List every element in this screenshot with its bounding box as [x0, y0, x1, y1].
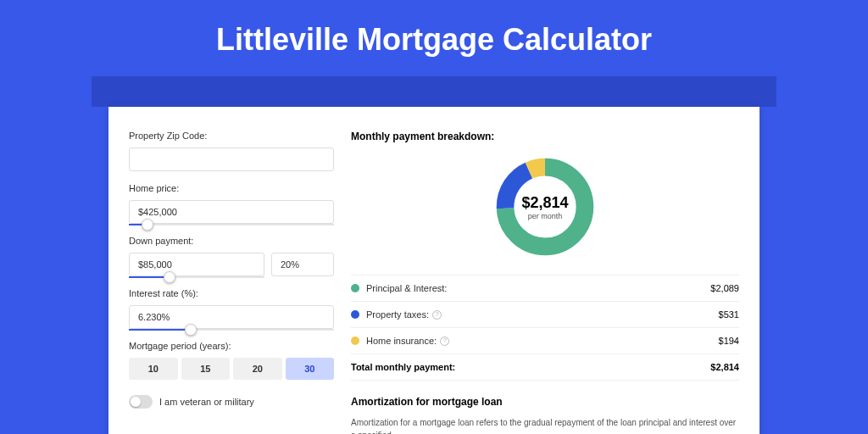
- info-icon[interactable]: ?: [432, 310, 442, 320]
- zip-group: Property Zip Code:: [129, 131, 334, 171]
- home-price-slider-thumb[interactable]: [142, 219, 153, 231]
- page-root: Littleville Mortgage Calculator Property…: [0, 0, 868, 434]
- breakdown-column: Monthly payment breakdown: $2,814 per mo…: [351, 131, 739, 422]
- dot-insurance: [351, 337, 359, 345]
- down-payment-label: Down payment:: [129, 236, 334, 246]
- info-icon[interactable]: ?: [440, 337, 449, 346]
- home-price-input[interactable]: [129, 200, 334, 224]
- period-btn-15[interactable]: 15: [181, 358, 231, 380]
- home-price-label: Home price:: [129, 183, 334, 193]
- toggle-knob: [131, 397, 141, 407]
- down-payment-amount-input[interactable]: [129, 253, 264, 276]
- legend-label-principal: Principal & Interest:: [366, 283, 710, 293]
- down-payment-slider-thumb[interactable]: [164, 271, 175, 283]
- legend-val-insurance: $194: [719, 336, 739, 346]
- period-label: Mortgage period (years):: [129, 341, 334, 351]
- legend-row-taxes: Property taxes:? $531: [351, 302, 739, 328]
- interest-slider-thumb[interactable]: [185, 324, 197, 336]
- amortization-section: Amortization for mortgage loan Amortizat…: [351, 396, 739, 434]
- amortization-heading: Amortization for mortgage loan: [351, 396, 739, 408]
- period-btn-10[interactable]: 10: [129, 358, 178, 380]
- period-group: Mortgage period (years): 10 15 20 30: [129, 341, 334, 380]
- donut-center: $2,814 per month: [521, 194, 568, 220]
- legend-row-total: Total monthly payment: $2,814: [351, 354, 739, 381]
- down-payment-pct-input[interactable]: [271, 253, 334, 276]
- legend-label-total: Total monthly payment:: [351, 362, 710, 372]
- period-options: 10 15 20 30: [129, 358, 334, 380]
- amortization-text: Amortization for a mortgage loan refers …: [351, 416, 739, 434]
- legend-val-taxes: $531: [719, 309, 739, 320]
- period-btn-30[interactable]: 30: [286, 358, 335, 380]
- legend-label-taxes: Property taxes:?: [366, 309, 719, 320]
- veteran-label: I am veteran or military: [159, 397, 254, 407]
- donut-chart: $2,814 per month: [492, 154, 598, 259]
- veteran-toggle[interactable]: [129, 395, 153, 409]
- legend-label-insurance-text: Home insurance:: [366, 336, 437, 346]
- header-band: [92, 76, 776, 107]
- legend-val-principal: $2,089: [710, 283, 739, 293]
- legend-row-principal: Principal & Interest: $2,089: [351, 275, 739, 302]
- form-column: Property Zip Code: Home price: Down paym…: [129, 131, 334, 422]
- legend: Principal & Interest: $2,089 Property ta…: [351, 275, 739, 381]
- page-title: Littleville Mortgage Calculator: [0, 0, 868, 76]
- legend-row-insurance: Home insurance:? $194: [351, 328, 739, 354]
- donut-sub: per month: [521, 212, 568, 220]
- legend-label-taxes-text: Property taxes:: [366, 309, 429, 320]
- dot-principal: [351, 284, 359, 292]
- donut-amount: $2,814: [521, 194, 568, 212]
- down-payment-group: Down payment:: [129, 236, 334, 276]
- dot-taxes: [351, 310, 359, 319]
- legend-val-total: $2,814: [710, 362, 739, 372]
- interest-slider-fill: [129, 329, 191, 331]
- legend-label-insurance: Home insurance:?: [366, 336, 719, 346]
- breakdown-heading: Monthly payment breakdown:: [351, 131, 739, 142]
- calculator-card: Property Zip Code: Home price: Down paym…: [108, 107, 760, 434]
- home-price-slider[interactable]: [129, 224, 334, 225]
- donut-wrap: $2,814 per month: [351, 154, 739, 259]
- zip-label: Property Zip Code:: [129, 131, 334, 141]
- interest-label: Interest rate (%):: [129, 288, 334, 298]
- interest-group: Interest rate (%):: [129, 288, 334, 329]
- home-price-group: Home price:: [129, 183, 334, 224]
- interest-input[interactable]: [129, 305, 334, 329]
- period-btn-20[interactable]: 20: [233, 358, 282, 380]
- veteran-row: I am veteran or military: [129, 395, 334, 409]
- zip-input[interactable]: [129, 147, 334, 171]
